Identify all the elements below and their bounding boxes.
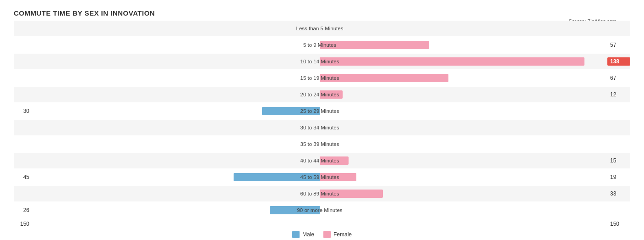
female-bar-wrap xyxy=(320,189,607,199)
male-bar xyxy=(262,107,320,115)
male-bar-wrap xyxy=(32,156,320,166)
female-value: 138 xyxy=(607,57,630,66)
legend-male-label: Male xyxy=(302,231,314,238)
male-bar-wrap xyxy=(32,139,320,149)
female-bar xyxy=(320,156,349,165)
female-bar-wrap xyxy=(320,156,607,166)
female-bar xyxy=(320,57,584,66)
female-bar xyxy=(320,190,383,198)
axis-left-label: 150 xyxy=(14,221,32,227)
female-value: 67 xyxy=(607,75,630,81)
female-bar xyxy=(320,90,343,99)
female-bar-wrap xyxy=(320,56,607,67)
male-bar-wrap xyxy=(32,123,320,133)
chart-area: Less than 5 Minutes 5 to 9 Minutes 57 10… xyxy=(14,21,630,218)
bars-container: Less than 5 Minutes xyxy=(32,21,607,36)
male-value: 45 xyxy=(14,174,32,180)
female-bar-wrap xyxy=(320,89,607,100)
male-bar-wrap xyxy=(32,89,320,100)
female-bar-wrap xyxy=(320,205,607,215)
female-bar xyxy=(320,41,429,49)
male-bar-wrap xyxy=(32,106,320,116)
table-row: Less than 5 Minutes xyxy=(14,21,630,36)
male-bar-wrap xyxy=(32,23,320,33)
bars-container: 40 to 44 Minutes xyxy=(32,153,607,168)
axis-right-label: 150 xyxy=(607,221,630,227)
table-row: 30 to 34 Minutes xyxy=(14,120,630,135)
male-bar xyxy=(234,173,320,181)
female-value: 19 xyxy=(607,174,630,180)
table-row: 30 25 to 29 Minutes xyxy=(14,103,630,119)
table-row: 15 to 19 Minutes 67 xyxy=(14,70,630,86)
male-bar-wrap xyxy=(32,56,320,67)
male-bar-wrap xyxy=(32,189,320,199)
legend: Male Female xyxy=(14,231,630,238)
table-row: 60 to 89 Minutes 33 xyxy=(14,186,630,201)
male-value: 30 xyxy=(14,108,32,114)
axis-row: 150 150 xyxy=(14,221,630,227)
female-bar-wrap xyxy=(320,73,607,83)
legend-male: Male xyxy=(292,231,314,238)
bars-container: 10 to 14 Minutes xyxy=(32,54,607,69)
male-bar-wrap xyxy=(32,73,320,83)
male-bar-wrap xyxy=(32,205,320,215)
female-bar-wrap xyxy=(320,123,607,133)
bars-container: 35 to 39 Minutes xyxy=(32,136,607,152)
legend-female-box xyxy=(323,231,331,238)
female-bar-wrap xyxy=(320,106,607,116)
female-value: 57 xyxy=(607,42,630,48)
female-value: 15 xyxy=(607,157,630,164)
table-row: 45 45 to 59 Minutes 19 xyxy=(14,169,630,185)
bars-container: 20 to 24 Minutes xyxy=(32,87,607,102)
male-bar-wrap xyxy=(32,172,320,182)
bars-container: 25 to 29 Minutes xyxy=(32,103,607,119)
male-bar-wrap xyxy=(32,40,320,50)
bars-container: 15 to 19 Minutes xyxy=(32,70,607,86)
female-value: 12 xyxy=(607,91,630,98)
legend-male-box xyxy=(292,231,300,238)
bars-container: 45 to 59 Minutes xyxy=(32,169,607,185)
table-row: 10 to 14 Minutes 138 xyxy=(14,54,630,69)
female-bar xyxy=(320,74,448,82)
bars-container: 5 to 9 Minutes xyxy=(32,37,607,53)
table-row: 40 to 44 Minutes 15 xyxy=(14,153,630,168)
female-bar-wrap xyxy=(320,23,607,33)
bars-container: 90 or more Minutes xyxy=(32,202,607,218)
female-bar-wrap xyxy=(320,40,607,50)
table-row: 20 to 24 Minutes 12 xyxy=(14,87,630,102)
bars-container: 60 to 89 Minutes xyxy=(32,186,607,201)
table-row: 5 to 9 Minutes 57 xyxy=(14,37,630,53)
chart-title: COMMUTE TIME BY SEX IN INNOVATION xyxy=(14,9,630,17)
male-value: 26 xyxy=(14,207,32,213)
female-bar xyxy=(320,173,356,181)
female-value: 33 xyxy=(607,190,630,197)
female-bar-wrap xyxy=(320,139,607,149)
bars-container: 30 to 34 Minutes xyxy=(32,120,607,135)
table-row: 26 90 or more Minutes xyxy=(14,202,630,218)
legend-female-label: Female xyxy=(333,231,352,238)
table-row: 35 to 39 Minutes xyxy=(14,136,630,152)
female-bar-wrap xyxy=(320,172,607,182)
male-bar xyxy=(270,206,320,214)
legend-female: Female xyxy=(323,231,352,238)
